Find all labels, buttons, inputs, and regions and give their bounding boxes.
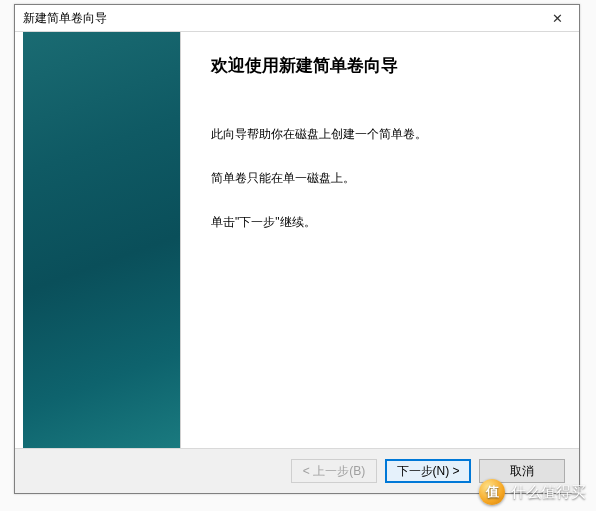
wizard-dialog: 新建简单卷向导 ✕ 欢迎使用新建简单卷向导 此向导帮助你在磁盘上创建一个简单卷。… xyxy=(14,4,580,494)
dialog-body: 欢迎使用新建简单卷向导 此向导帮助你在磁盘上创建一个简单卷。 简单卷只能在单一磁… xyxy=(15,32,579,448)
close-button[interactable]: ✕ xyxy=(537,5,577,31)
wizard-content: 欢迎使用新建简单卷向导 此向导帮助你在磁盘上创建一个简单卷。 简单卷只能在单一磁… xyxy=(181,32,579,448)
window-title: 新建简单卷向导 xyxy=(23,10,107,27)
back-button-label: < 上一步(B) xyxy=(303,463,365,480)
close-icon: ✕ xyxy=(552,11,563,26)
back-button: < 上一步(B) xyxy=(291,459,377,483)
titlebar: 新建简单卷向导 ✕ xyxy=(15,5,579,32)
wizard-side-graphic xyxy=(23,32,181,448)
wizard-heading: 欢迎使用新建简单卷向导 xyxy=(211,54,555,77)
cancel-button[interactable]: 取消 xyxy=(479,459,565,483)
next-button-label: 下一步(N) > xyxy=(397,463,460,480)
wizard-para-2: 简单卷只能在单一磁盘上。 xyxy=(211,169,555,187)
wizard-para-3: 单击"下一步"继续。 xyxy=(211,213,555,231)
wizard-para-1: 此向导帮助你在磁盘上创建一个简单卷。 xyxy=(211,125,555,143)
next-button[interactable]: 下一步(N) > xyxy=(385,459,471,483)
cancel-button-label: 取消 xyxy=(510,463,534,480)
dialog-footer: < 上一步(B) 下一步(N) > 取消 xyxy=(15,448,579,493)
